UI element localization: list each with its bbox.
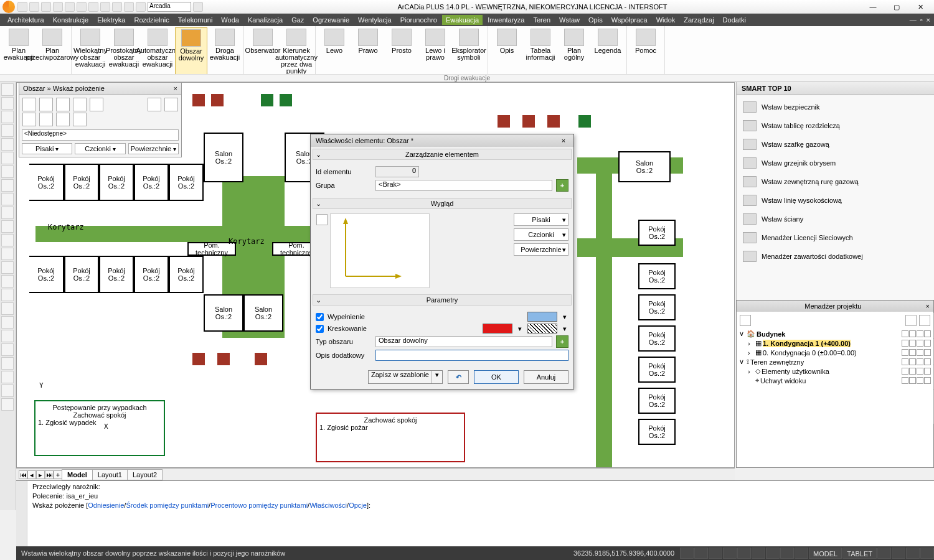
sheet-nav-first[interactable]: ⏮: [19, 470, 27, 479]
qat-btn[interactable]: [112, 2, 122, 12]
left-tool-button[interactable]: [1, 207, 14, 219]
cmd-grip-icon[interactable]: [16, 481, 27, 546]
cmd-option-link[interactable]: Środek pomiędzy punktami: [126, 502, 209, 509]
tp-btn[interactable]: [90, 98, 103, 111]
status-btn[interactable]: [752, 548, 765, 559]
maximize-button[interactable]: ▢: [885, 1, 908, 12]
left-tool-button[interactable]: [1, 248, 14, 260]
ribbon-button[interactable]: Pomoc: [630, 27, 662, 80]
tp-dd-czcionki[interactable]: Czcionki ▾: [75, 143, 125, 154]
projmgr-close-icon[interactable]: ×: [926, 302, 930, 310]
smart-list-item[interactable]: Wstaw tablicę rozdzielczą: [737, 116, 934, 135]
ribbon-button[interactable]: Droga ewakuacji: [209, 27, 241, 80]
pm-toolbar-btn[interactable]: [905, 315, 917, 326]
left-tool-button[interactable]: [1, 330, 14, 342]
ribbon-button[interactable]: Opis: [491, 27, 523, 80]
ok-button[interactable]: OK: [474, 370, 519, 384]
menu-item[interactable]: Opis: [585, 15, 606, 25]
left-tool-button[interactable]: [1, 111, 14, 123]
menu-item[interactable]: Współpraca: [608, 15, 651, 25]
menu-item[interactable]: Rozdzielnic: [130, 15, 172, 25]
dlg-section-header[interactable]: Wygląd: [431, 200, 454, 207]
qat-btn[interactable]: [124, 2, 134, 12]
type-combo[interactable]: Obszar dowolny: [375, 336, 552, 347]
hatch-color-picker[interactable]: [483, 324, 512, 334]
menu-item[interactable]: Kanalizacja: [244, 15, 286, 25]
ribbon-button[interactable]: Prawo: [352, 27, 384, 80]
status-btn[interactable]: [737, 548, 751, 559]
left-tool-button[interactable]: [1, 302, 14, 315]
sheet-tab-layout1[interactable]: Layout1: [92, 469, 128, 480]
tp-style-combo[interactable]: <Niedostępne>: [22, 129, 179, 141]
qat-btn[interactable]: [100, 2, 110, 12]
menu-item[interactable]: Architektura: [4, 15, 48, 25]
left-tool-button[interactable]: [1, 179, 14, 192]
status-btn[interactable]: [694, 548, 708, 559]
type-add-button[interactable]: +: [556, 335, 568, 348]
tree-row[interactable]: ›▦0. Kondygnacja 0 (±0.00=0.00): [739, 348, 931, 357]
ribbon-button[interactable]: Prostokątny obszar ewakuacji: [108, 27, 140, 80]
smart-list-item[interactable]: Wstaw szafkę gazową: [737, 135, 934, 154]
qat-btn[interactable]: [193, 2, 203, 12]
status-btn[interactable]: [680, 548, 694, 559]
tp-btn[interactable]: [73, 113, 87, 126]
status-btn[interactable]: [920, 548, 934, 559]
sheet-nav-prev[interactable]: ◂: [27, 470, 36, 479]
smart-list-item[interactable]: Wstaw bezpiecznik: [737, 98, 934, 116]
left-tool-button[interactable]: [1, 97, 14, 110]
ribbon-button[interactable]: Obszar dowolny: [175, 27, 207, 80]
tp-btn[interactable]: [148, 98, 161, 111]
left-tool-button[interactable]: [1, 261, 14, 274]
tree-row[interactable]: ⌖Uchwyt widoku: [739, 376, 931, 385]
save-template-button[interactable]: Zapisz w szablonie▾: [368, 370, 443, 384]
group-combo[interactable]: <Brak>: [375, 180, 552, 191]
status-btn[interactable]: [877, 548, 891, 559]
close-button[interactable]: ✕: [909, 1, 932, 12]
ribbon-button[interactable]: Obserwator: [247, 27, 279, 80]
menu-min-icon[interactable]: —: [910, 16, 917, 24]
sheet-tab-layout2[interactable]: Layout2: [127, 469, 163, 480]
fill-checkbox[interactable]: [316, 313, 324, 321]
left-tool-button[interactable]: [1, 166, 14, 178]
cmd-option-link[interactable]: Procentowo pomiędzy punktami: [210, 502, 308, 509]
menu-item[interactable]: Teren: [529, 15, 554, 25]
tp-btn[interactable]: [22, 113, 36, 126]
qat-btn[interactable]: [17, 2, 27, 12]
tp-btn[interactable]: [39, 113, 53, 126]
tree-row[interactable]: ∨🏠Budynek: [739, 329, 931, 338]
dlg-section-header[interactable]: Parametry: [427, 296, 458, 304]
ribbon-button[interactable]: Lewo: [318, 27, 351, 80]
left-tool-button[interactable]: [1, 398, 14, 411]
smart-list-item[interactable]: Wstaw ściany: [737, 210, 934, 228]
ribbon-button[interactable]: Tabela informacji: [524, 27, 557, 80]
menu-item[interactable]: Widok: [653, 15, 679, 25]
qat-btn[interactable]: [41, 2, 51, 12]
menu-item[interactable]: Dodatki: [719, 15, 750, 25]
ribbon-button[interactable]: Legenda: [592, 27, 624, 80]
tool-panel-close-icon[interactable]: ×: [174, 85, 177, 92]
menu-close-icon[interactable]: ×: [927, 16, 930, 24]
dd-pisaki[interactable]: Pisaki: [514, 213, 568, 226]
tp-btn[interactable]: [73, 98, 87, 111]
ribbon-button[interactable]: Lewo i prawo: [419, 27, 451, 80]
cmd-option-link[interactable]: Właściwości: [309, 502, 347, 509]
menu-item[interactable]: Elektryka: [93, 15, 129, 25]
left-tool-button[interactable]: [1, 316, 14, 329]
dlg-section-header[interactable]: Zarządzanie elementem: [405, 151, 479, 158]
menu-item[interactable]: Ewakuacja: [442, 15, 483, 25]
menu-item[interactable]: Inwentaryza: [484, 15, 528, 25]
left-tool-button[interactable]: [1, 357, 14, 370]
smart-list-item[interactable]: Wstaw linię wysokościową: [737, 191, 934, 210]
command-line-panel[interactable]: Przeciwległy narożnik: Polecenie: isa_er…: [16, 480, 934, 546]
qat-btn[interactable]: [53, 2, 63, 12]
menu-item[interactable]: Konstrukcje: [49, 15, 92, 25]
left-tool-button[interactable]: [1, 385, 14, 397]
undo-button[interactable]: ↶: [448, 370, 469, 384]
ribbon-button[interactable]: Eksplorator symboli: [453, 27, 485, 80]
menu-item[interactable]: Zarządzaj: [680, 15, 717, 25]
menu-item[interactable]: Wstaw: [555, 15, 583, 25]
smart-list-item[interactable]: Menadżer Licencji Sieciowych: [737, 228, 934, 247]
hatch-checkbox[interactable]: [316, 325, 324, 333]
tp-btn[interactable]: [56, 113, 70, 126]
status-btn[interactable]: [766, 548, 780, 559]
